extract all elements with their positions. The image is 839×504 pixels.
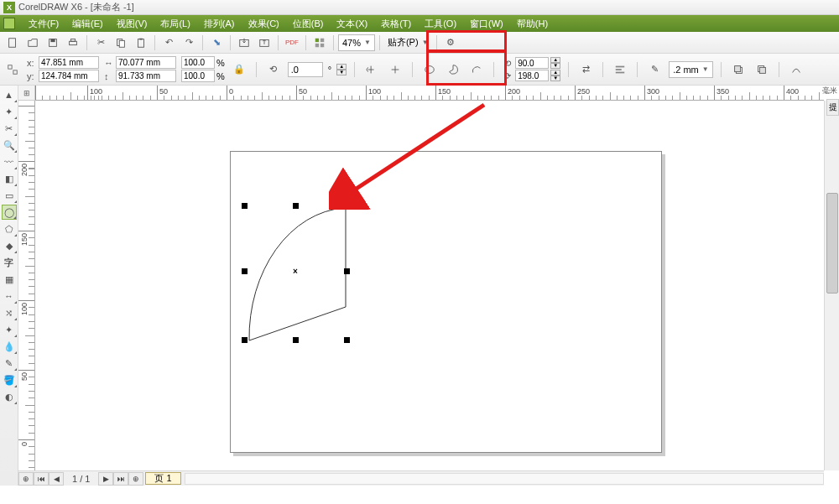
pick-tool[interactable]: ▲ (2, 87, 17, 102)
ellipse-button[interactable] (420, 60, 439, 79)
zoom-tool[interactable]: 🔍 (2, 138, 17, 153)
rotation-input[interactable] (288, 62, 323, 77)
selection-handle-se[interactable] (344, 337, 350, 343)
menu-help[interactable]: 帮助(H) (510, 18, 555, 30)
x-position-input[interactable] (39, 56, 99, 69)
zoom-dropdown[interactable]: 47% ▼ (338, 34, 375, 51)
menu-window[interactable]: 窗口(W) (463, 18, 510, 30)
lock-ratio-button[interactable]: 🔒 (230, 60, 248, 79)
smart-fill-tool[interactable]: ◧ (2, 171, 17, 186)
open-button[interactable] (23, 34, 42, 52)
cut-button[interactable]: ✂ (91, 34, 110, 52)
first-page-button[interactable]: ⏮ (34, 472, 49, 486)
menu-tools[interactable]: 工具(O) (418, 18, 463, 30)
eyedropper-tool[interactable]: 💧 (2, 339, 17, 354)
next-page-button[interactable]: ▶ (98, 472, 113, 486)
to-back-button[interactable] (753, 60, 771, 79)
interactive-tool[interactable]: ✦ (2, 322, 17, 337)
redo-button[interactable]: ↷ (180, 34, 198, 52)
text-tool[interactable]: 字 (2, 255, 17, 270)
canvas-viewport[interactable]: × (35, 101, 824, 470)
crop-tool[interactable]: ✂ (2, 121, 17, 136)
menu-bitmap[interactable]: 位图(B) (286, 18, 331, 30)
import-button[interactable] (235, 34, 253, 52)
add-page-button[interactable]: ⊕ (18, 472, 34, 486)
shape-tool[interactable]: ✦ (2, 104, 17, 119)
mirror-h-button[interactable] (362, 60, 381, 79)
ruler-origin[interactable]: ⊞ (18, 86, 35, 101)
new-button[interactable] (3, 34, 22, 52)
menu-arrange[interactable]: 排列(A) (197, 18, 242, 30)
export-button[interactable] (255, 34, 274, 52)
selection-handle-w[interactable] (242, 268, 248, 274)
menu-bar: 文件(F) 编辑(E) 视图(V) 布局(L) 排列(A) 效果(C) 位图(B… (0, 15, 839, 32)
basic-shapes-tool[interactable]: ◆ (2, 238, 17, 253)
menu-effects[interactable]: 效果(C) (242, 18, 286, 30)
outline-width-dropdown[interactable]: .2 mm ▼ (669, 61, 712, 78)
start-angle-input[interactable] (515, 57, 549, 69)
copy-button[interactable] (112, 34, 130, 52)
ellipse-tool[interactable]: ◯ (2, 205, 17, 220)
scale-x-input[interactable] (181, 56, 215, 69)
vertical-scrollbar[interactable] (824, 101, 839, 470)
publish-pdf-button[interactable]: PDF (283, 34, 301, 52)
search-button[interactable]: ⬊ (207, 34, 226, 52)
vscroll-thumb[interactable] (826, 193, 838, 294)
position-inputs: x: y: (27, 56, 99, 82)
convert-curves-button[interactable] (787, 60, 805, 79)
app-launcher-button[interactable] (310, 34, 329, 52)
menu-table[interactable]: 表格(T) (374, 18, 418, 30)
selected-arc-shape[interactable] (237, 200, 379, 351)
options-button[interactable]: ⚙ (441, 34, 460, 52)
add-page-after-button[interactable]: ⊕ (128, 472, 143, 486)
svg-rect-12 (320, 38, 324, 41)
selection-handle-s[interactable] (293, 337, 299, 343)
selection-handle-n[interactable] (293, 203, 299, 209)
snap-dropdown[interactable]: 贴齐(P) ▼ (384, 34, 432, 51)
freehand-tool[interactable]: 〰 (2, 154, 17, 169)
print-button[interactable] (64, 34, 82, 52)
wrap-text-button[interactable] (611, 60, 629, 79)
menu-file[interactable]: 文件(F) (22, 18, 65, 30)
prev-page-button[interactable]: ◀ (49, 472, 64, 486)
width-input[interactable] (116, 56, 176, 69)
outline-tool[interactable]: ✎ (2, 356, 17, 371)
save-button[interactable] (44, 34, 62, 52)
end-angle-spinner[interactable]: ▲▼ (550, 70, 560, 81)
reverse-direction-button[interactable]: ⇄ (576, 60, 595, 79)
polygon-tool[interactable]: ⬠ (2, 221, 17, 236)
connector-tool[interactable]: ⤭ (2, 305, 17, 320)
y-position-input[interactable] (39, 70, 99, 82)
height-input[interactable] (116, 70, 176, 82)
menu-view[interactable]: 视图(V) (110, 18, 154, 30)
last-page-button[interactable]: ⏭ (113, 472, 128, 486)
menu-text[interactable]: 文本(X) (330, 18, 374, 30)
menu-edit[interactable]: 编辑(E) (65, 18, 110, 30)
menu-layout[interactable]: 布局(L) (154, 18, 196, 30)
selection-handle-sw[interactable] (242, 337, 248, 343)
selection-center[interactable]: × (293, 267, 298, 276)
rotation-spinner[interactable]: ▲▼ (336, 64, 347, 75)
page-tab-1[interactable]: 页 1 (145, 472, 180, 485)
pie-button[interactable] (444, 60, 462, 79)
horizontal-scrollbar[interactable] (185, 473, 824, 485)
undo-button[interactable]: ↶ (159, 34, 178, 52)
selection-handle-e[interactable] (344, 268, 350, 274)
selection-handle-nw[interactable] (242, 203, 248, 209)
mirror-v-button[interactable] (386, 60, 404, 79)
rectangle-tool[interactable]: ▭ (2, 188, 17, 203)
scale-y-input[interactable] (181, 70, 215, 82)
fill-tool[interactable]: 🪣 (2, 372, 17, 387)
end-angle-input[interactable] (515, 70, 549, 81)
hints-docker-tab[interactable]: 提 (826, 99, 839, 116)
height-icon: ↕ (104, 71, 114, 81)
to-front-button[interactable] (729, 60, 748, 79)
interactive-fill-tool[interactable]: ◐ (2, 389, 17, 404)
table-tool[interactable]: ▦ (2, 272, 17, 287)
paste-button[interactable] (132, 34, 150, 52)
dimension-tool[interactable]: ↔ (2, 288, 17, 304)
vertical-ruler[interactable]: 200150100500 (18, 101, 35, 470)
horizontal-ruler[interactable]: 10050050100150200250300350400 (35, 86, 824, 101)
arc-button[interactable] (467, 60, 486, 79)
start-angle-spinner[interactable]: ▲▼ (550, 57, 560, 69)
